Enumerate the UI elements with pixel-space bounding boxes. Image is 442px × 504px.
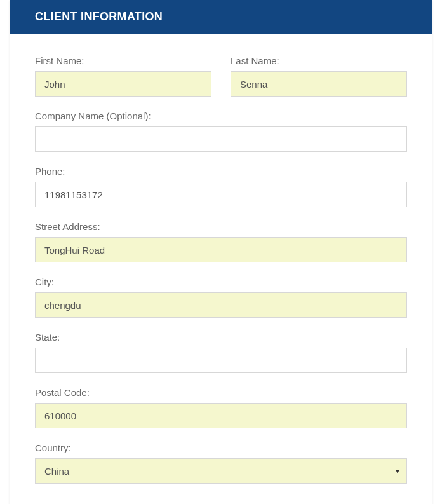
label-last-name: Last Name: (231, 55, 407, 66)
select-wrap-country: China (35, 458, 407, 484)
input-phone[interactable] (35, 182, 407, 207)
card-header: CLIENT INFORMATION (10, 0, 432, 34)
input-street-address[interactable] (35, 237, 407, 262)
field-street-address: Street Address: (35, 221, 407, 262)
field-state: State: (35, 332, 407, 373)
input-city[interactable] (35, 292, 407, 318)
label-phone: Phone: (35, 166, 407, 177)
client-information-card: CLIENT INFORMATION First Name: Last Name… (10, 0, 432, 504)
field-phone: Phone: (35, 166, 407, 207)
label-city: City: (35, 276, 407, 287)
field-first-name: First Name: (35, 55, 211, 97)
field-postal-code: Postal Code: (35, 387, 407, 428)
input-postal-code[interactable] (35, 403, 407, 428)
row-name: First Name: Last Name: (35, 55, 407, 97)
form-body: First Name: Last Name: Company Name (Opt… (10, 34, 432, 504)
select-country[interactable]: China (35, 458, 407, 484)
label-company-name: Company Name (Optional): (35, 111, 407, 121)
field-last-name: Last Name: (231, 55, 407, 97)
row-city: City: (35, 276, 407, 318)
row-phone: Phone: (35, 166, 407, 207)
row-street: Street Address: (35, 221, 407, 262)
label-postal-code: Postal Code: (35, 387, 407, 398)
label-first-name: First Name: (35, 55, 211, 66)
field-city: City: (35, 276, 407, 318)
label-street-address: Street Address: (35, 221, 407, 232)
row-postal: Postal Code: (35, 387, 407, 428)
header-title: CLIENT INFORMATION (35, 10, 163, 23)
input-state[interactable] (35, 348, 407, 373)
label-state: State: (35, 332, 407, 343)
row-country: Country: China (35, 442, 407, 484)
label-country: Country: (35, 442, 407, 453)
input-first-name[interactable] (35, 71, 211, 97)
input-company-name[interactable] (35, 126, 407, 152)
row-state: State: (35, 332, 407, 373)
row-company: Company Name (Optional): (35, 111, 407, 152)
field-country: Country: China (35, 442, 407, 484)
field-company-name: Company Name (Optional): (35, 111, 407, 152)
input-last-name[interactable] (231, 71, 407, 97)
